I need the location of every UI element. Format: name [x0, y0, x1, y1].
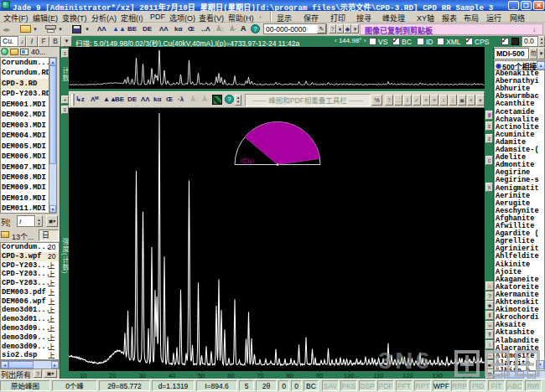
svg-text:‹Cu›: ‹Cu›	[240, 157, 255, 165]
